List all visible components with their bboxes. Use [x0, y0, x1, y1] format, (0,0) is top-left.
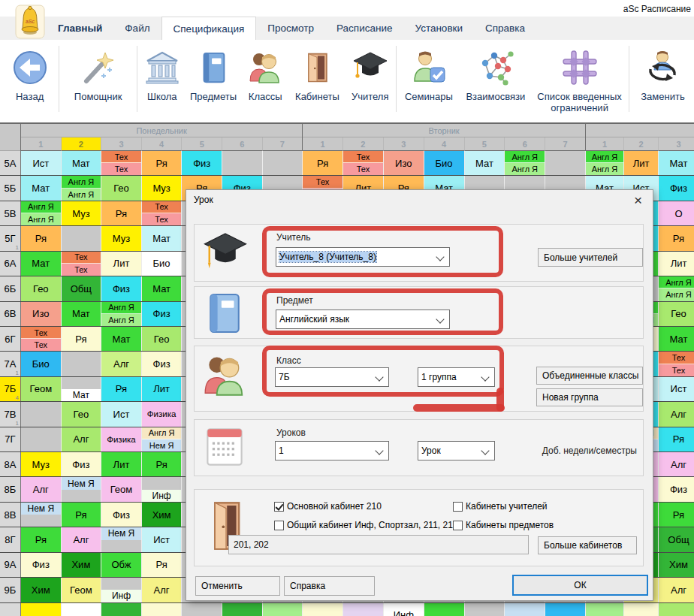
subjects-classrooms-checkbox[interactable]: Кабинеты предметов [453, 520, 554, 530]
lesson-cell[interactable]: Мат [62, 377, 102, 401]
class-row-header[interactable]: 5А [0, 151, 21, 175]
class-row-header[interactable]: 5Б [0, 176, 21, 200]
lesson-cell[interactable]: Ря [142, 151, 183, 175]
cancel-button[interactable]: Отменить [195, 576, 280, 596]
lesson-cell[interactable]: Геом [62, 578, 102, 602]
lesson-cell[interactable]: Нем Я [101, 527, 142, 551]
lesson-cell[interactable] [303, 603, 343, 616]
lesson-cell[interactable]: Инф [142, 477, 183, 501]
lesson-cell[interactable]: Ист [659, 377, 694, 401]
lesson-cell[interactable]: Мат [142, 276, 183, 300]
lesson-cell[interactable]: Ист [101, 402, 142, 426]
lesson-cell[interactable]: ТехТех [101, 151, 142, 175]
lesson-cell[interactable]: Физ [101, 503, 142, 527]
lesson-cell[interactable]: Общ [659, 527, 694, 551]
lesson-cell[interactable]: Лит [624, 151, 659, 175]
period-header[interactable]: 5 [182, 137, 222, 151]
lesson-half[interactable]: Англ Я [659, 288, 694, 300]
lesson-cell[interactable]: Физ [142, 302, 183, 326]
empty-cell[interactable] [182, 603, 222, 616]
period-header[interactable]: 4 [142, 137, 183, 151]
lesson-half[interactable]: Англ Я [101, 314, 141, 326]
lesson-cell[interactable]: Мат [21, 176, 62, 200]
period-header[interactable]: 1 [21, 137, 62, 151]
lesson-half[interactable]: Англ Я [659, 276, 694, 288]
period-header[interactable]: 1 [586, 137, 624, 151]
lesson-cell[interactable]: Гео [142, 327, 183, 351]
lesson-half[interactable]: Инф [142, 490, 182, 502]
lesson-cell[interactable]: Мат [465, 151, 505, 175]
tab-main[interactable]: Главный [47, 17, 113, 40]
tab-specification[interactable]: Спецификация [161, 17, 257, 40]
joined-classes-button[interactable]: Объединенные классы [536, 367, 643, 385]
lesson-cell[interactable]: Гео [21, 276, 62, 300]
lesson-cell[interactable]: О [659, 201, 694, 225]
lesson-cell[interactable]: Физ [62, 452, 102, 476]
empty-cell[interactable] [263, 151, 303, 175]
lesson-cell[interactable]: Мат [62, 151, 102, 175]
lesson-cell[interactable]: Хим [659, 553, 694, 577]
toolbar-constraints-button[interactable]: Список введенных ограничений [533, 40, 626, 113]
lesson-half[interactable]: Тех [142, 213, 182, 225]
lesson-half[interactable]: Нем Я [62, 477, 101, 489]
teachers-classrooms-checkbox[interactable]: Кабинеты учителей [453, 501, 548, 512]
lesson-half[interactable]: Англ Я [142, 427, 182, 439]
lesson-half[interactable]: Англ Я [62, 189, 101, 201]
lesson-half[interactable]: Англ Я [505, 163, 545, 175]
lesson-cell[interactable]: Физ [659, 176, 694, 200]
toolbar-school-button[interactable]: Школа [140, 40, 184, 102]
lesson-cell[interactable]: Алг [659, 402, 694, 426]
lesson-cell[interactable]: Алг [659, 452, 694, 476]
group-select[interactable]: 1 группа [418, 367, 495, 387]
lesson-cell[interactable]: Ря [62, 327, 102, 351]
help-button[interactable]: Справка [284, 576, 375, 596]
lesson-cell[interactable] [101, 603, 142, 616]
lesson-cell[interactable]: Био [21, 352, 62, 376]
lesson-cell[interactable] [659, 603, 694, 616]
lesson-cell[interactable]: Лит [142, 377, 183, 401]
class-row-header[interactable]: 7Г [0, 427, 21, 451]
lesson-cell[interactable] [586, 603, 624, 616]
lesson-cell[interactable]: Ря [659, 503, 694, 527]
period-header[interactable]: 6 [222, 137, 263, 151]
period-header[interactable]: 2 [343, 137, 384, 151]
class-row-header[interactable]: 8Г [0, 527, 21, 551]
lesson-cell[interactable]: Хим [62, 553, 102, 577]
lesson-half[interactable]: Тех [21, 327, 61, 339]
lesson-cell[interactable]: Алг [62, 527, 102, 551]
lesson-cell[interactable]: Англ ЯАнгл Я [659, 276, 694, 300]
ok-button[interactable]: ОК [512, 575, 648, 596]
lesson-half[interactable]: Мат [62, 389, 101, 401]
class-select[interactable]: 7Б [275, 367, 389, 387]
class-row-header[interactable]: 8Б [0, 477, 21, 501]
class-row-header[interactable]: 9Б [0, 578, 21, 602]
lesson-cell[interactable]: ТехТех [62, 252, 102, 276]
lesson-half[interactable]: Англ Я [62, 176, 101, 188]
shared-classroom-checkbox[interactable]: Общий кабинет Инф, Спортзал, 211, 212, [274, 520, 460, 530]
lesson-half[interactable]: Нем Я [101, 527, 141, 539]
lesson-cell[interactable] [263, 603, 303, 616]
lesson-cell[interactable]: Био [424, 151, 465, 175]
subject-select[interactable]: Английский язык [276, 310, 450, 329]
lesson-cell[interactable]: Алг [21, 477, 62, 501]
tab-options[interactable]: Установки [403, 17, 474, 40]
lesson-half[interactable]: Англ Я [21, 213, 61, 225]
lesson-cell[interactable]: Физ [142, 352, 183, 376]
lesson-cell[interactable]: Хим [21, 578, 62, 602]
lesson-cell[interactable]: Лит [659, 252, 694, 276]
lesson-cell[interactable]: Ря [62, 503, 102, 527]
lessons-count-select[interactable]: 1 [275, 441, 389, 460]
toolbar-classes-button[interactable]: Классы [243, 40, 288, 102]
class-row-header[interactable]: 8А [0, 452, 21, 476]
toolbar-back-button[interactable]: Назад [3, 40, 56, 102]
lesson-cell[interactable]: Мат [659, 327, 694, 351]
lesson-type-select[interactable]: Урок [418, 441, 495, 460]
period-header[interactable]: 4 [424, 137, 465, 151]
tab-timetable[interactable]: Расписание [325, 17, 403, 40]
lesson-cell[interactable]: Изо [384, 151, 424, 175]
lesson-cell[interactable]: Физ [101, 276, 142, 300]
lesson-cell[interactable]: Англ ЯАнгл Я [21, 201, 62, 225]
class-row-header[interactable]: 5Г1 [0, 226, 21, 250]
weeks-semesters-label[interactable]: Доб. недели/семестры [517, 445, 637, 456]
lesson-cell[interactable]: Физ [182, 151, 222, 175]
